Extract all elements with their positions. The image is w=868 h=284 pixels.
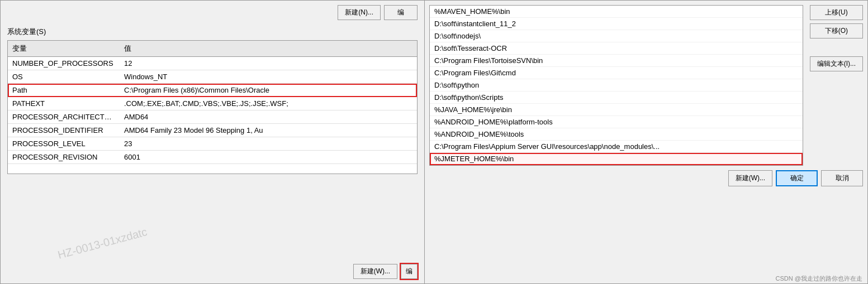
top-button-row: 新建(N)... 编	[1, 1, 424, 25]
table-row[interactable]: PROCESSOR_IDENTIFIERAMD64 Family 23 Mode…	[8, 124, 417, 137]
table-cell-var: NUMBER_OF_PROCESSORS	[8, 58, 120, 69]
move-down-button[interactable]: 下移(O)	[810, 23, 863, 38]
path-list-body: %MAVEN_HOME%\binD:\soft\instantclient_11…	[430, 6, 803, 165]
move-up-button[interactable]: 上移(U)	[810, 5, 863, 20]
system-var-section-label: 系统变量(S)	[1, 25, 424, 40]
right-panel: %MAVEN_HOME%\binD:\soft\instantclient_11…	[425, 0, 868, 284]
left-panel: 新建(N)... 编 系统变量(S) 变量 值 NUMBER_OF_PROCES…	[0, 0, 425, 284]
table-cell-var: Path	[8, 85, 120, 95]
left-bottom-buttons: 新建(W)... 编	[1, 259, 424, 283]
path-item[interactable]: C:\Program Files\Git\cmd	[430, 67, 803, 79]
table-cell-val: C:\Program Files (x86)\Common Files\Orac…	[120, 85, 417, 95]
path-item[interactable]: %JAVA_HOME%\jre\bin	[430, 104, 803, 116]
path-item[interactable]: C:\Program Files\Appium Server GUI\resou…	[430, 141, 803, 153]
cancel-button[interactable]: 取消	[821, 170, 863, 186]
table-cell-var: PROCESSOR_ARCHITECTURE	[8, 112, 120, 122]
table-cell-val: AMD64 Family 23 Model 96 Stepping 1, Au	[120, 125, 417, 136]
path-item[interactable]: D:\soft\nodejs\	[430, 30, 803, 42]
table-row[interactable]: PROCESSOR_LEVEL23	[8, 137, 417, 151]
main-container: 新建(N)... 编 系统变量(S) 变量 值 NUMBER_OF_PROCES…	[0, 0, 868, 284]
path-item[interactable]: %ANDROID_HOME%\platform-tools	[430, 116, 803, 128]
path-item[interactable]: C:\Program Files\TortoiseSVN\bin	[430, 55, 803, 67]
table-row[interactable]: PATHEXT.COM;.EXE;.BAT;.CMD;.VBS;.VBE;.JS…	[8, 97, 417, 110]
table-cell-val: 12	[120, 58, 417, 69]
path-item[interactable]: %MAVEN_HOME%\bin	[430, 6, 803, 18]
bottom-right-buttons: 新建(W)... 确定 取消	[425, 166, 867, 191]
path-item[interactable]: D:\soft\python	[430, 79, 803, 92]
table-cell-val: Windows_NT	[120, 71, 417, 82]
system-var-table: 变量 值 NUMBER_OF_PROCESSORS12OSWindows_NTP…	[7, 40, 418, 174]
table-body: NUMBER_OF_PROCESSORS12OSWindows_NTPathC:…	[8, 57, 417, 164]
new-path-button[interactable]: 新建(W)...	[728, 170, 772, 186]
table-cell-val: AMD64	[120, 112, 417, 122]
header-val: 值	[120, 42, 417, 55]
edit-text-button[interactable]: 编辑文本(I)...	[810, 56, 863, 71]
csdn-watermark: CSDN @我走过的路你也许在走	[776, 275, 862, 283]
table-cell-var: PATHEXT	[8, 98, 120, 109]
edit-user-var-button[interactable]: 编	[384, 5, 418, 20]
path-item[interactable]: %JMETER_HOME%\bin	[430, 153, 803, 165]
table-row[interactable]: PathC:\Program Files (x86)\Common Files\…	[8, 84, 417, 97]
right-side-buttons: 上移(U) 下移(O) 编辑文本(I)...	[808, 1, 867, 166]
table-cell-var: PROCESSOR_LEVEL	[8, 138, 120, 149]
new-user-var-button[interactable]: 新建(N)...	[338, 5, 381, 20]
table-row[interactable]: OSWindows_NT	[8, 70, 417, 84]
table-cell-var: PROCESSOR_REVISION	[8, 152, 120, 162]
table-row[interactable]: PROCESSOR_REVISION6001	[8, 151, 417, 164]
table-cell-var: OS	[8, 71, 120, 82]
table-cell-val: .COM;.EXE;.BAT;.CMD;.VBS;.VBE;.JS;.JSE;.…	[120, 98, 417, 109]
new-system-var-button[interactable]: 新建(W)...	[353, 264, 397, 279]
ok-button[interactable]: 确定	[776, 170, 818, 186]
table-cell-var: PROCESSOR_IDENTIFIER	[8, 125, 120, 136]
right-content: %MAVEN_HOME%\binD:\soft\instantclient_11…	[425, 1, 867, 166]
table-row[interactable]: PROCESSOR_ARCHITECTUREAMD64	[8, 110, 417, 124]
table-cell-val: 23	[120, 138, 417, 149]
path-item[interactable]: D:\soft\instantclient_11_2	[430, 18, 803, 30]
watermark: HZ-0013-01xzdatc	[56, 225, 149, 262]
path-item[interactable]: %ANDROID_HOME%\tools	[430, 128, 803, 141]
header-var: 变量	[8, 42, 120, 55]
path-item[interactable]: D:\soft\python\Scripts	[430, 92, 803, 104]
table-header: 变量 值	[8, 41, 417, 57]
path-list[interactable]: %MAVEN_HOME%\binD:\soft\instantclient_11…	[429, 5, 803, 166]
edit-system-var-button[interactable]: 编	[401, 264, 418, 279]
table-row[interactable]: NUMBER_OF_PROCESSORS12	[8, 57, 417, 70]
path-item[interactable]: D:\soft\Tesseract-OCR	[430, 42, 803, 55]
table-cell-val: 6001	[120, 152, 417, 162]
